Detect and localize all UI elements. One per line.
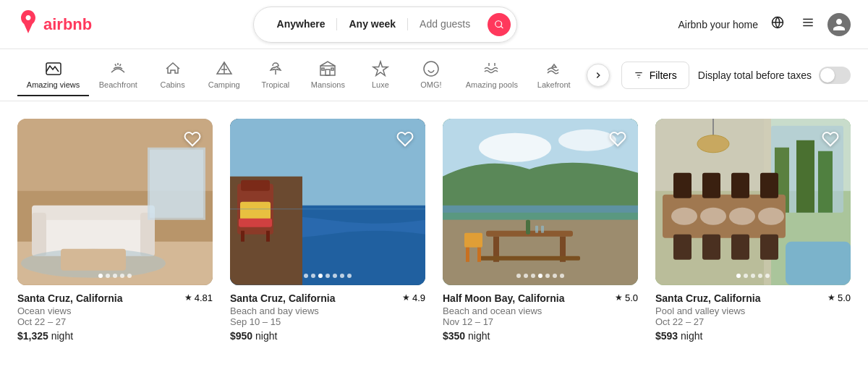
dot: [98, 274, 103, 278]
dot: [538, 274, 542, 278]
card-views-1: Ocean views: [17, 305, 213, 316]
dot: [758, 274, 762, 278]
category-label: Mansions: [311, 80, 345, 89]
dot: [560, 274, 564, 278]
category-beachfront[interactable]: Beachfront: [89, 54, 148, 96]
rating-value-2: 4.9: [412, 292, 425, 303]
svg-point-62: [697, 135, 729, 153]
category-luxe[interactable]: Luxe: [355, 54, 406, 96]
dot: [311, 274, 315, 278]
star-icon-1: ★: [184, 292, 192, 303]
card-views-2: Beach and bay views: [230, 305, 425, 316]
card-price-1: $1,325 night: [17, 330, 213, 342]
svg-rect-33: [239, 219, 272, 227]
svg-rect-30: [241, 231, 244, 242]
card-image-2: [230, 119, 425, 285]
listing-card-4[interactable]: Santa Cruz, California ★ 5.0 Pool and va…: [655, 119, 851, 342]
category-tropical[interactable]: Tropical: [250, 54, 301, 96]
image-dots-1: [98, 274, 132, 278]
listing-card-2[interactable]: Santa Cruz, California ★ 4.9 Beach and b…: [230, 119, 425, 342]
card-price-4: $593 night: [655, 330, 851, 342]
dot: [304, 274, 308, 278]
guests-search[interactable]: Add guests: [408, 18, 482, 30]
category-lakefront[interactable]: Lakefront: [527, 54, 581, 96]
star-icon-3: ★: [615, 292, 623, 303]
star-icon-2: ★: [402, 292, 410, 303]
filters-button[interactable]: Filters: [621, 62, 689, 89]
host-link[interactable]: Airbnb your home: [678, 19, 758, 30]
image-dots-3: [516, 274, 564, 278]
category-amazing-pools[interactable]: Amazing pools: [456, 54, 527, 96]
week-search[interactable]: Any week: [337, 18, 408, 30]
wishlist-button-2[interactable]: [393, 127, 417, 151]
dot: [347, 274, 352, 278]
filter-section: Filters Display total before taxes: [621, 62, 851, 89]
svg-rect-71: [760, 235, 778, 260]
svg-rect-8: [331, 68, 333, 70]
category-label: Camping: [208, 80, 240, 89]
card-views-4: Pool and valley views: [655, 305, 851, 316]
rating-value-4: 5.0: [838, 292, 851, 303]
dot: [340, 274, 344, 278]
card-header-3: Half Moon Bay, California ★ 5.0: [443, 292, 638, 304]
dot: [516, 274, 521, 278]
card-rating-1: ★ 4.81: [184, 292, 213, 303]
dot: [333, 274, 337, 278]
card-info-4: Santa Cruz, California ★ 5.0 Pool and va…: [655, 285, 851, 342]
svg-rect-68: [673, 235, 692, 260]
card-dates-2: Sep 10 – 15: [230, 316, 425, 327]
category-scroll-right[interactable]: [587, 64, 610, 87]
category-omg[interactable]: OMG!: [406, 54, 456, 96]
toggle-label: Display total before taxes: [698, 69, 812, 81]
logo[interactable]: airbnb: [17, 10, 92, 38]
star-icon-4: ★: [827, 292, 835, 303]
menu-button[interactable]: [797, 12, 819, 37]
category-label: Amazing pools: [466, 80, 518, 89]
category-cabins[interactable]: Cabins: [148, 54, 198, 96]
svg-rect-45: [479, 256, 580, 261]
dot: [113, 274, 117, 278]
wishlist-button-3[interactable]: [606, 127, 629, 151]
category-label: OMG!: [420, 80, 441, 89]
user-avatar[interactable]: [827, 13, 851, 36]
svg-point-64: [671, 208, 697, 225]
display-total-toggle[interactable]: [819, 67, 851, 84]
svg-rect-76: [786, 242, 851, 285]
category-amazing-views[interactable]: Amazing views: [17, 54, 89, 96]
svg-rect-7: [322, 68, 324, 70]
toggle-knob: [820, 68, 835, 83]
card-dates-3: Nov 12 – 17: [443, 316, 638, 327]
card-views-3: Beach and ocean views: [443, 305, 638, 316]
category-nav: Amazing views Beachfront Cabins Camping …: [0, 49, 868, 101]
card-header-4: Santa Cruz, California ★ 5.0: [655, 292, 851, 304]
dot: [524, 274, 528, 278]
category-camping[interactable]: Camping: [198, 54, 250, 96]
dot: [553, 274, 557, 278]
dot: [326, 274, 330, 278]
listing-card-3[interactable]: Half Moon Bay, California ★ 5.0 Beach an…: [443, 119, 638, 342]
svg-rect-69: [702, 235, 720, 260]
svg-rect-17: [32, 206, 155, 220]
image-dots-2: [304, 274, 352, 278]
card-info-3: Half Moon Bay, California ★ 5.0 Beach an…: [443, 285, 638, 342]
svg-rect-29: [241, 180, 270, 191]
wishlist-button-4[interactable]: [819, 127, 842, 151]
card-image-1: [17, 119, 213, 285]
svg-rect-21: [150, 150, 203, 218]
svg-point-37: [479, 133, 551, 162]
airbnb-logo-text: airbnb: [43, 15, 92, 34]
card-info-2: Santa Cruz, California ★ 4.9 Beach and b…: [230, 285, 425, 342]
category-label: Tropical: [261, 80, 289, 89]
search-button[interactable]: [488, 13, 511, 36]
card-location-1: Santa Cruz, California: [17, 292, 122, 304]
language-button[interactable]: [767, 12, 788, 37]
card-dates-1: Oct 22 – 27: [17, 316, 213, 327]
header: airbnb Anywhere Any week Add guests Airb…: [0, 0, 868, 49]
category-mansions[interactable]: Mansions: [301, 54, 355, 96]
card-header-1: Santa Cruz, California ★ 4.81: [17, 292, 213, 304]
svg-point-66: [729, 208, 755, 225]
wishlist-button-1[interactable]: [181, 127, 204, 151]
location-search[interactable]: Anywhere: [265, 18, 338, 30]
category-list: Amazing views Beachfront Cabins Camping …: [17, 54, 581, 96]
listing-card-1[interactable]: Santa Cruz, California ★ 4.81 Ocean view…: [17, 119, 213, 342]
